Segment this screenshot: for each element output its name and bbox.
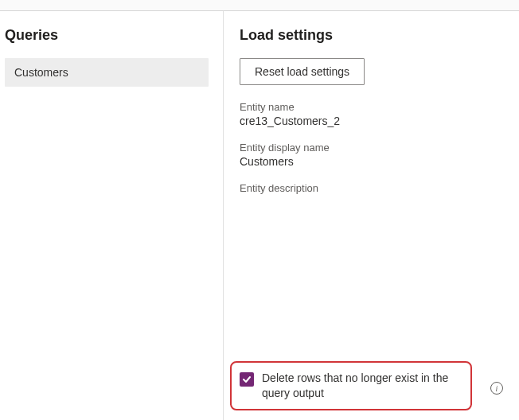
query-item-customers[interactable]: Customers xyxy=(5,58,209,87)
entity-name-value: cre13_Customers_2 xyxy=(240,115,503,127)
queries-title: Queries xyxy=(5,27,209,44)
reset-load-settings-button[interactable]: Reset load settings xyxy=(240,58,365,85)
checkmark-icon xyxy=(242,375,252,384)
entity-display-name-label: Entity display name xyxy=(240,142,503,154)
entity-display-name-value: Customers xyxy=(240,155,503,168)
queries-pane: Queries Customers xyxy=(0,11,223,420)
load-settings-pane: Load settings Reset load settings Entity… xyxy=(223,11,519,420)
main-container: Queries Customers Load settings Reset lo… xyxy=(0,11,519,420)
delete-rows-label: Delete rows that no longer exist in the … xyxy=(262,371,462,401)
load-settings-title: Load settings xyxy=(240,27,503,44)
top-divider xyxy=(0,0,519,11)
delete-rows-checkbox[interactable] xyxy=(240,372,254,387)
info-icon[interactable]: i xyxy=(490,382,503,395)
delete-rows-callout: Delete rows that no longer exist in the … xyxy=(230,361,472,410)
entity-name-label: Entity name xyxy=(240,101,503,113)
entity-description-label: Entity description xyxy=(240,182,503,194)
